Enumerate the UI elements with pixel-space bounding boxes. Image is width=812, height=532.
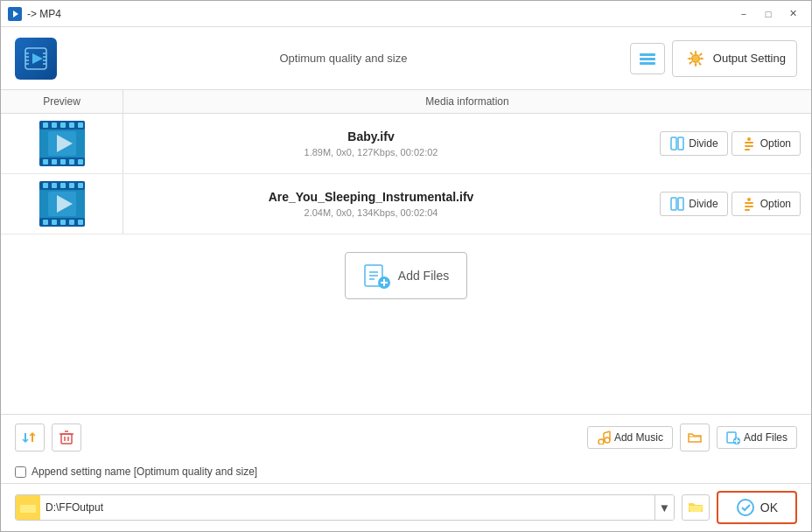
folder-icon bbox=[19, 500, 37, 514]
table-header: Preview Media information bbox=[1, 90, 811, 114]
delete-icon bbox=[59, 430, 74, 445]
svg-rect-24 bbox=[69, 122, 74, 128]
append-row: Append setting name [Optimum quality and… bbox=[1, 460, 811, 483]
svg-rect-47 bbox=[43, 220, 48, 225]
path-input-wrap: ▼ bbox=[15, 494, 675, 521]
svg-point-84 bbox=[738, 500, 753, 515]
svg-rect-13 bbox=[640, 58, 655, 60]
svg-rect-49 bbox=[60, 220, 66, 225]
col-media-header: Media information bbox=[123, 90, 811, 113]
browse-button[interactable] bbox=[682, 494, 710, 521]
file-name: Are_You_Sleeping_Instrumental.ifv bbox=[269, 190, 474, 204]
svg-rect-21 bbox=[43, 122, 48, 128]
close-button[interactable]: ✕ bbox=[781, 5, 804, 23]
delete-button[interactable] bbox=[52, 424, 81, 452]
layers-button[interactable] bbox=[630, 43, 665, 74]
gear-icon bbox=[683, 46, 708, 71]
app-title-icon bbox=[8, 7, 22, 21]
title-bar-left: -> MP4 bbox=[8, 7, 61, 21]
option-button-1[interactable]: Option bbox=[732, 192, 801, 216]
path-dropdown-button[interactable]: ▼ bbox=[654, 495, 674, 520]
svg-rect-42 bbox=[43, 183, 48, 188]
add-files-bottom-label: Add Files bbox=[744, 431, 788, 444]
add-files-area: Add Files bbox=[1, 234, 811, 317]
output-setting-button[interactable]: Output Setting bbox=[672, 40, 797, 77]
svg-rect-23 bbox=[60, 122, 66, 128]
option-button-0[interactable]: Option bbox=[732, 131, 801, 156]
title-bar: -> MP4 − □ ✕ bbox=[1, 1, 811, 27]
table-row: Are_You_Sleeping_Instrumental.ifv 2.04M,… bbox=[1, 174, 811, 234]
bottom-right: Add Music Add Files bbox=[587, 424, 797, 452]
divide-button-0[interactable]: Divide bbox=[660, 131, 727, 156]
append-label: Append setting name [Optimum quality and… bbox=[32, 466, 257, 478]
add-files-button[interactable]: Add Files bbox=[345, 252, 467, 299]
svg-rect-44 bbox=[60, 183, 66, 188]
svg-line-77 bbox=[604, 431, 610, 433]
svg-rect-55 bbox=[678, 198, 683, 210]
bottom-toolbar: Add Music Add Files bbox=[1, 414, 811, 460]
file-info-cell: Baby.ifv 1.89M, 0x0, 127Kbps, 00:02:02 bbox=[123, 122, 619, 164]
sort-icon bbox=[22, 430, 38, 445]
svg-rect-34 bbox=[678, 137, 683, 150]
add-files-bottom-button[interactable]: Add Files bbox=[717, 426, 797, 449]
svg-point-74 bbox=[598, 439, 604, 444]
app-icon bbox=[15, 38, 57, 80]
ok-checkmark-icon bbox=[736, 498, 755, 517]
toolbar-right: Output Setting bbox=[630, 40, 797, 77]
svg-rect-54 bbox=[671, 198, 676, 210]
file-actions-cell: Divide Option bbox=[619, 124, 811, 163]
svg-rect-43 bbox=[52, 183, 57, 188]
svg-rect-25 bbox=[78, 122, 83, 128]
svg-rect-37 bbox=[745, 145, 753, 147]
svg-rect-45 bbox=[69, 183, 74, 188]
svg-rect-27 bbox=[52, 159, 57, 164]
svg-rect-29 bbox=[69, 159, 74, 164]
add-files-icon bbox=[363, 262, 391, 290]
svg-point-35 bbox=[747, 137, 751, 141]
layers-icon bbox=[638, 49, 657, 68]
folder-open-icon bbox=[687, 430, 703, 445]
folder-open-button[interactable] bbox=[680, 424, 710, 452]
divide-icon bbox=[669, 136, 685, 151]
divide-button-1[interactable]: Divide bbox=[660, 192, 727, 216]
content-spacer bbox=[1, 317, 811, 414]
svg-rect-26 bbox=[43, 159, 48, 164]
option-icon bbox=[741, 136, 757, 151]
sort-button[interactable] bbox=[15, 424, 45, 452]
svg-rect-51 bbox=[78, 220, 83, 225]
add-music-button[interactable]: Add Music bbox=[587, 426, 673, 449]
table-row: Baby.ifv 1.89M, 0x0, 127Kbps, 00:02:02 D… bbox=[1, 114, 811, 174]
quality-label: Optimum quality and size bbox=[279, 52, 407, 65]
play-icon bbox=[24, 46, 48, 71]
svg-rect-22 bbox=[52, 122, 57, 128]
browse-folder-icon bbox=[687, 499, 704, 516]
main-window: -> MP4 − □ ✕ bbox=[0, 0, 812, 532]
music-icon bbox=[597, 430, 611, 444]
path-input[interactable] bbox=[40, 498, 654, 517]
file-meta: 1.89M, 0x0, 127Kbps, 00:02:02 bbox=[304, 147, 438, 158]
ok-button[interactable]: OK bbox=[717, 491, 797, 524]
svg-rect-57 bbox=[745, 202, 753, 204]
file-list-area: Preview Media information bbox=[1, 90, 811, 414]
window-title: -> MP4 bbox=[27, 8, 61, 20]
path-folder-icon bbox=[16, 495, 40, 520]
svg-rect-58 bbox=[745, 206, 753, 207]
divide-icon bbox=[669, 196, 685, 212]
add-files-bottom-icon bbox=[726, 430, 740, 444]
add-music-label: Add Music bbox=[614, 431, 663, 444]
svg-rect-83 bbox=[20, 505, 36, 513]
ok-label: OK bbox=[760, 500, 778, 514]
svg-rect-50 bbox=[69, 220, 74, 225]
svg-marker-3 bbox=[32, 53, 43, 64]
append-checkbox[interactable] bbox=[15, 466, 26, 478]
svg-rect-59 bbox=[745, 209, 750, 211]
svg-rect-30 bbox=[78, 159, 83, 164]
title-bar-controls: − □ ✕ bbox=[732, 5, 804, 23]
maximize-button[interactable]: □ bbox=[757, 5, 780, 23]
file-preview-cell bbox=[1, 114, 123, 173]
film-thumbnail bbox=[39, 121, 85, 166]
svg-rect-46 bbox=[78, 183, 83, 188]
svg-point-75 bbox=[605, 438, 610, 443]
minimize-button[interactable]: − bbox=[732, 5, 755, 23]
toolbar-left bbox=[15, 38, 57, 80]
